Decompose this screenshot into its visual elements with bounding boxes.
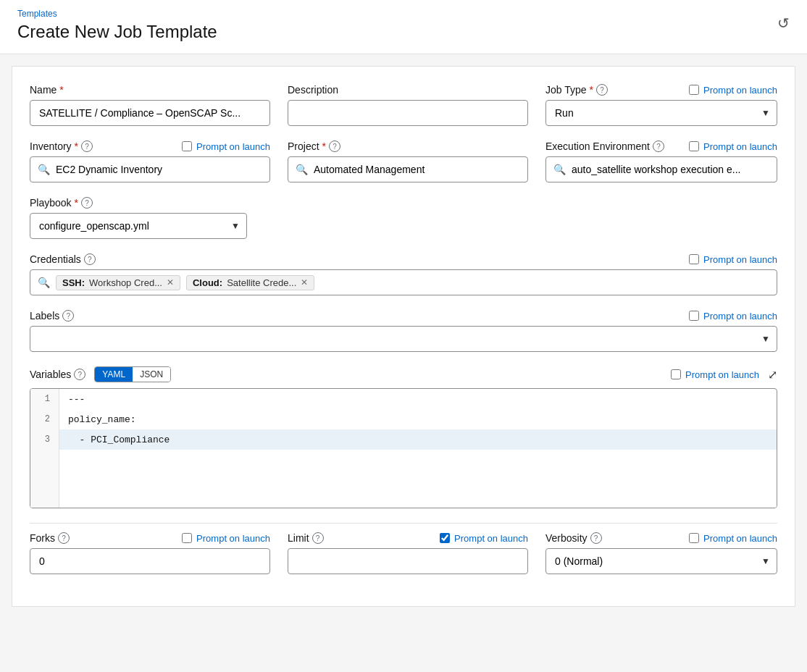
field-exec-env: Execution Environment ? Prompt on launch… bbox=[545, 140, 777, 182]
credentials-input-wrapper[interactable]: 🔍 SSH: Workshop Cred... ✕ Cloud: Satelli… bbox=[30, 269, 777, 295]
variables-prompt-label[interactable]: Prompt on launch bbox=[671, 369, 759, 380]
forks-input[interactable] bbox=[30, 548, 270, 574]
code-editor-blank[interactable] bbox=[30, 450, 777, 508]
credential-tag-cloud-remove[interactable]: ✕ bbox=[301, 278, 308, 287]
labels-help-icon[interactable]: ? bbox=[62, 310, 74, 322]
project-help-icon[interactable]: ? bbox=[329, 140, 340, 152]
name-required: * bbox=[59, 84, 63, 96]
name-label: Name * bbox=[30, 84, 64, 96]
playbook-select-wrapper: configure_openscap.yml ▼ bbox=[30, 213, 247, 239]
labels-label: Labels ? bbox=[30, 310, 74, 322]
row-forks-limit-verbosity: Forks ? Prompt on launch Limit ? bbox=[30, 532, 777, 574]
jobtype-prompt-label[interactable]: Prompt on launch bbox=[689, 85, 777, 96]
variables-help-icon[interactable]: ? bbox=[74, 369, 85, 380]
line-num-3: 3 bbox=[30, 429, 59, 450]
page-title: Create New Job Template bbox=[17, 22, 790, 42]
jobtype-label: Job Type * ? bbox=[545, 84, 608, 96]
exec-env-prompt-label[interactable]: Prompt on launch bbox=[689, 141, 777, 152]
project-search-wrapper[interactable]: 🔍 bbox=[288, 156, 528, 182]
name-input[interactable] bbox=[30, 100, 270, 126]
project-required: * bbox=[322, 140, 326, 152]
field-credentials: Credentials ? Prompt on launch 🔍 SSH: Wo… bbox=[30, 253, 777, 295]
variables-label: Variables ? bbox=[30, 369, 85, 380]
jobtype-required: * bbox=[590, 84, 593, 96]
playbook-required: * bbox=[75, 197, 78, 209]
field-project: Project * ? 🔍 bbox=[288, 140, 528, 182]
inventory-prompt-checkbox[interactable] bbox=[182, 141, 192, 151]
field-forks: Forks ? Prompt on launch bbox=[30, 532, 270, 574]
limit-prompt-checkbox[interactable] bbox=[440, 533, 450, 543]
credential-tag-ssh: SSH: Workshop Cred... ✕ bbox=[56, 275, 180, 290]
verbosity-prompt-checkbox[interactable] bbox=[689, 533, 699, 543]
line-num-1: 1 bbox=[30, 389, 59, 409]
line-num-2: 2 bbox=[30, 409, 59, 429]
code-content-1: --- bbox=[59, 394, 93, 405]
jobtype-prompt-checkbox[interactable] bbox=[689, 85, 699, 95]
section-divider bbox=[30, 523, 777, 524]
code-content-2: policy_name: bbox=[59, 414, 145, 425]
description-input[interactable] bbox=[288, 100, 528, 126]
code-line-3: 3 - PCI_Compliance bbox=[30, 429, 777, 450]
limit-label: Limit ? bbox=[288, 532, 324, 544]
forks-help-icon[interactable]: ? bbox=[58, 532, 70, 544]
forks-prompt-checkbox[interactable] bbox=[182, 533, 192, 543]
field-description: Description bbox=[288, 84, 528, 126]
credential-tag-ssh-remove[interactable]: ✕ bbox=[167, 278, 174, 287]
field-name: Name * bbox=[30, 84, 270, 126]
row-playbook: Playbook * ? configure_openscap.yml ▼ bbox=[30, 197, 777, 239]
playbook-label: Playbook * ? bbox=[30, 197, 93, 209]
jobtype-select-wrapper: Run Check ▼ bbox=[545, 100, 777, 126]
verbosity-help-icon[interactable]: ? bbox=[590, 532, 602, 544]
exec-env-prompt-checkbox[interactable] bbox=[689, 141, 699, 151]
project-input[interactable] bbox=[314, 164, 520, 175]
yaml-toggle-btn[interactable]: YAML bbox=[95, 367, 133, 382]
json-toggle-btn[interactable]: JSON bbox=[133, 367, 170, 382]
variables-header: Variables ? YAML JSON Prompt on launch bbox=[30, 366, 777, 382]
row-variables: Variables ? YAML JSON Prompt on launch bbox=[30, 366, 777, 508]
exec-env-help-icon[interactable]: ? bbox=[653, 140, 664, 152]
code-editor[interactable]: 1 --- 2 policy_name: 3 - PCI_Compliance bbox=[30, 388, 777, 508]
limit-input[interactable] bbox=[288, 548, 528, 574]
field-verbosity: Verbosity ? Prompt on launch 0 (Normal) … bbox=[545, 532, 777, 574]
labels-prompt-checkbox[interactable] bbox=[689, 311, 699, 321]
limit-help-icon[interactable]: ? bbox=[312, 532, 324, 544]
labels-prompt-label[interactable]: Prompt on launch bbox=[689, 311, 777, 322]
exec-env-input[interactable] bbox=[572, 164, 769, 175]
field-playbook: Playbook * ? configure_openscap.yml ▼ bbox=[30, 197, 247, 239]
breadcrumb[interactable]: Templates bbox=[17, 9, 790, 19]
inventory-search-icon: 🔍 bbox=[38, 164, 50, 175]
line-number-gutter bbox=[30, 450, 59, 508]
jobtype-select[interactable]: Run Check bbox=[545, 100, 777, 126]
forks-prompt-label[interactable]: Prompt on launch bbox=[182, 533, 270, 544]
labels-select[interactable] bbox=[30, 326, 777, 352]
form-container: Name * Description Job bbox=[12, 66, 795, 607]
variables-label-section: Variables ? YAML JSON bbox=[30, 366, 171, 382]
variables-prompt-checkbox[interactable] bbox=[671, 369, 681, 379]
verbosity-prompt-label[interactable]: Prompt on launch bbox=[689, 533, 777, 544]
field-inventory: Inventory * ? Prompt on launch 🔍 bbox=[30, 140, 270, 182]
inventory-input[interactable] bbox=[56, 164, 262, 175]
code-line-1: 1 --- bbox=[30, 389, 777, 409]
forks-label: Forks ? bbox=[30, 532, 70, 544]
inventory-search-wrapper[interactable]: 🔍 bbox=[30, 156, 270, 182]
credentials-help-icon[interactable]: ? bbox=[84, 253, 96, 265]
code-content-3: - PCI_Compliance bbox=[59, 434, 178, 445]
credentials-prompt-label[interactable]: Prompt on launch bbox=[689, 254, 777, 265]
exec-env-label: Execution Environment ? bbox=[545, 140, 664, 152]
playbook-help-icon[interactable]: ? bbox=[81, 197, 93, 209]
playbook-select[interactable]: configure_openscap.yml bbox=[30, 213, 247, 239]
limit-prompt-label[interactable]: Prompt on launch bbox=[440, 533, 528, 544]
credentials-prompt-checkbox[interactable] bbox=[689, 254, 699, 264]
page-header: Templates Create New Job Template ↺ bbox=[0, 0, 807, 54]
exec-env-search-wrapper[interactable]: 🔍 bbox=[545, 156, 777, 182]
inventory-prompt-label[interactable]: Prompt on launch bbox=[182, 141, 270, 152]
expand-icon[interactable]: ⤢ bbox=[768, 368, 777, 382]
inventory-help-icon[interactable]: ? bbox=[81, 140, 93, 152]
credential-tag-cloud: Cloud: Satellite Crede... ✕ bbox=[186, 275, 314, 290]
labels-dropdown-wrapper: ▼ bbox=[30, 326, 777, 352]
row-inventory-project-exec: Inventory * ? Prompt on launch 🔍 bbox=[30, 140, 777, 182]
jobtype-help-icon[interactable]: ? bbox=[596, 84, 608, 96]
verbosity-select[interactable]: 0 (Normal) 1 (Verbose) 2 (More Verbose) … bbox=[545, 548, 777, 574]
history-button[interactable]: ↺ bbox=[777, 14, 790, 32]
inventory-required: * bbox=[75, 140, 78, 152]
